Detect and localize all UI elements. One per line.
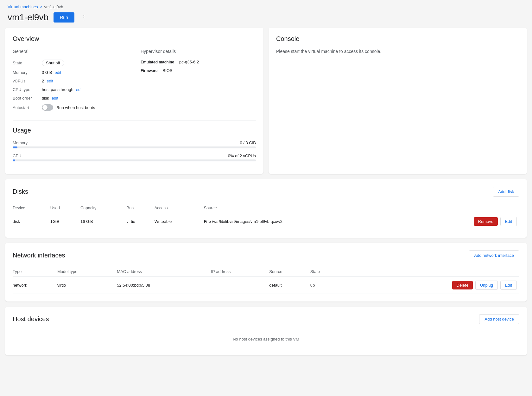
net-type: network — [13, 277, 57, 294]
page-title: vm1-el9vb — [8, 12, 48, 23]
net-mac: 52:54:00:bd:65:08 — [117, 277, 211, 294]
hypervisor-label: Hypervisor details — [141, 49, 256, 54]
table-row: disk 1GiB 16 GiB virtio Writeable File /… — [13, 213, 519, 230]
autostart-toggle[interactable] — [42, 104, 53, 111]
network-table: Type Model type MAC address IP address S… — [13, 267, 519, 294]
emulated-value: pc-q35-6.2 — [179, 60, 199, 64]
memory-amount: 3 GiB — [42, 70, 52, 75]
disk-actions: Remove Edit — [406, 213, 519, 230]
disks-title: Disks — [13, 188, 28, 195]
host-devices-title: Host devices — [13, 315, 49, 323]
breadcrumb: Virtual machines > vm1-el9vb — [0, 0, 532, 11]
net-actions: Delete Unplug Edit — [342, 277, 519, 294]
breadcrumb-current: vm1-el9vb — [44, 4, 63, 9]
col-used: Used — [50, 203, 80, 213]
state-label: State — [13, 61, 38, 65]
unplug-network-button[interactable]: Unplug — [475, 281, 498, 290]
cpu-usage-value: 0% of 2 vCPUs — [228, 153, 256, 158]
net-source: default — [269, 277, 310, 294]
memory-usage-label: Memory — [13, 140, 28, 145]
cputype-label: CPU type — [13, 87, 38, 92]
network-title: Network interfaces — [13, 252, 65, 259]
col-mac: MAC address — [117, 267, 211, 277]
col-bus: Bus — [127, 203, 155, 213]
bootorder-value: disk edit — [42, 96, 58, 101]
memory-label: Memory — [13, 70, 38, 75]
memory-usage-value: 0 / 3 GiB — [240, 140, 256, 145]
col-source: Source — [269, 267, 310, 277]
disk-source: File /var/lib/libvirt/images/vm1-el9vb.q… — [204, 213, 406, 230]
cpu-progress-fill — [13, 159, 15, 161]
disks-table: Device Used Capacity Bus Access Source d… — [13, 203, 519, 230]
cputype-text: host passthrough — [42, 87, 73, 92]
breadcrumb-parent[interactable]: Virtual machines — [8, 4, 38, 9]
cpu-usage-header: CPU 0% of 2 vCPUs — [13, 153, 256, 158]
cpu-usage-label: CPU — [13, 153, 21, 158]
edit-network-button[interactable]: Edit — [500, 281, 517, 290]
delete-network-button[interactable]: Delete — [452, 281, 473, 289]
hypervisor-col: Hypervisor details Emulated machine pc-q… — [134, 49, 256, 113]
net-model-type: virtio — [57, 277, 117, 294]
page-header: vm1-el9vb Run ⋮ — [0, 11, 532, 28]
network-header: Network interfaces Add network interface — [13, 250, 519, 260]
remove-disk-button[interactable]: Remove — [474, 217, 498, 226]
autostart-value: Run when host boots — [42, 104, 95, 111]
overview-title: Overview — [13, 35, 256, 42]
host-devices-card: Host devices Add host device No host dev… — [5, 307, 527, 355]
bootorder-label: Boot order — [13, 96, 38, 101]
toggle-thumb — [42, 105, 48, 110]
bootorder-text: disk — [42, 96, 49, 101]
bootorder-edit-link[interactable]: edit — [52, 96, 58, 101]
col-access: Access — [155, 203, 204, 213]
col-type: Type — [13, 267, 57, 277]
edit-disk-button[interactable]: Edit — [500, 217, 517, 226]
col-capacity: Capacity — [80, 203, 127, 213]
usage-title: Usage — [13, 127, 256, 134]
disk-used: 1GiB — [50, 213, 80, 230]
firmware-label: Firmware — [141, 68, 157, 73]
autostart-label: Autostart — [13, 105, 38, 110]
breadcrumb-separator: > — [40, 4, 42, 9]
top-row: Overview General State Shut off Memory — [5, 28, 527, 174]
general-col: General State Shut off Memory 3 GiB edit — [13, 49, 134, 113]
vcpus-edit-link[interactable]: edit — [47, 79, 53, 83]
disk-device: disk — [13, 213, 50, 230]
cputype-row: CPU type host passthrough edit — [13, 85, 134, 94]
cputype-value: host passthrough edit — [42, 87, 83, 92]
overview-grid: General State Shut off Memory 3 GiB edit — [13, 49, 256, 113]
col-actions — [342, 267, 519, 277]
add-host-device-button[interactable]: Add host device — [479, 314, 519, 324]
network-table-head: Type Model type MAC address IP address S… — [13, 267, 519, 277]
vcpus-value: 2 edit — [42, 79, 53, 83]
cputype-edit-link[interactable]: edit — [76, 87, 83, 92]
host-devices-header: Host devices Add host device — [13, 314, 519, 324]
console-card: Console Please start the virtual machine… — [269, 28, 527, 174]
col-state: State — [310, 267, 342, 277]
net-state: up — [310, 277, 342, 294]
emulated-label: Emulated machine — [141, 60, 174, 64]
usage-section: Usage Memory 0 / 3 GiB CPU 0% of 2 vCPUs — [13, 120, 256, 161]
disks-header: Disks Add disk — [13, 187, 519, 197]
state-badge: Shut off — [42, 60, 64, 66]
general-label: General — [13, 49, 134, 54]
state-value: Shut off — [42, 60, 64, 66]
firmware-row: Firmware BIOS — [141, 66, 256, 75]
run-button[interactable]: Run — [54, 12, 74, 23]
disk-capacity: 16 GiB — [80, 213, 127, 230]
col-ip: IP address — [211, 267, 269, 277]
memory-usage-header: Memory 0 / 3 GiB — [13, 140, 256, 145]
add-disk-button[interactable]: Add disk — [493, 187, 519, 197]
vcpus-count: 2 — [42, 79, 44, 83]
state-row: State Shut off — [13, 58, 134, 68]
memory-usage-row: Memory 0 / 3 GiB — [13, 140, 256, 148]
host-devices-empty: No host devices assigned to this VM — [13, 330, 519, 348]
emulated-row: Emulated machine pc-q35-6.2 — [141, 58, 256, 66]
console-message: Please start the virtual machine to acce… — [276, 49, 519, 54]
memory-edit-link[interactable]: edit — [55, 70, 61, 75]
col-model-type: Model type — [57, 267, 117, 277]
add-network-interface-button[interactable]: Add network interface — [469, 250, 519, 260]
cpu-progress-bg — [13, 159, 256, 161]
net-ip — [211, 277, 269, 294]
more-icon[interactable]: ⋮ — [79, 12, 88, 23]
memory-progress-bg — [13, 146, 256, 148]
